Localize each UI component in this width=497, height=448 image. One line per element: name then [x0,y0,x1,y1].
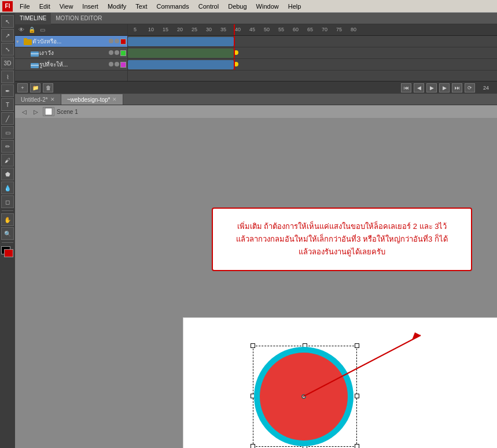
layer-row-0[interactable]: ▾ ตัวบังหรือ... [15,36,127,47]
menu-debug[interactable]: Debug [223,2,251,11]
new-layer-btn[interactable]: + [17,83,28,92]
ruler-mark-65: 65 [307,27,313,32]
handle-tl[interactable] [251,343,255,348]
eyedropper-tool[interactable]: 💧 [1,182,14,194]
play-btn[interactable]: ▶ [426,83,437,92]
layer-lock-2[interactable] [115,62,119,66]
step-back-btn[interactable]: ◀ [414,83,424,92]
layer-lock-1[interactable] [115,50,119,55]
selection-tool[interactable]: ↖ [1,15,14,28]
handle-br[interactable] [355,444,359,448]
main-area: ↖ ↗ ⤡ 3D ⌇ ✒ T ╱ ▭ ✏ 🖌 ⬟ 💧 ◻ ✋ 🔍 TIMELIN… [0,13,497,448]
delete-layer-btn[interactable]: 🗑 [43,83,53,92]
ruler-mark-10: 10 [148,27,154,32]
playhead[interactable] [234,24,235,35]
right-area: TIMELINE MOTION EDITOR 👁 🔒 ▭ ▾ [15,13,497,448]
layer-name-0: ตัวบังหรือ... [32,37,109,46]
menu-bar: Fl File Edit View Insert Modify Text Com… [0,0,497,13]
menu-control[interactable]: Control [194,2,223,11]
handle-bl[interactable] [251,444,255,448]
track-row-2 [128,59,497,71]
timeline-controls: + 📁 🗑 ⏮ ◀ ▶ ▶ ⏭ ⟳ 24 [15,81,497,94]
menu-file[interactable]: File [15,2,35,11]
lock-icon: 🔒 [28,26,36,34]
menu-view[interactable]: View [55,2,78,11]
zoom-tool[interactable]: 🔍 [1,227,14,240]
canvas-drawing-area[interactable] [183,317,497,448]
layer-color-1 [120,50,126,56]
hand-tool[interactable]: ✋ [1,213,14,226]
doc-tab-label-1: ~webdesign-top* [67,97,111,103]
ruler-mark-5: 5 [134,27,137,32]
track-playhead-0 [234,36,235,47]
layer-name-2: รูปที่จะให้... [39,60,109,69]
nav-right-icon[interactable]: ▷ [31,107,41,116]
layer-color-2 [120,62,126,68]
step-fwd-btn[interactable]: ▶ [439,83,450,92]
fill-color[interactable] [4,249,13,257]
menu-window[interactable]: Window [252,2,284,11]
outer-circle [254,347,354,446]
tab-motion-editor[interactable]: MOTION EDITOR [51,13,106,24]
ruler-mark-45: 45 [249,27,255,32]
stroke-fill-colors [1,246,14,259]
tab-timeline[interactable]: TIMELINE [15,13,51,24]
nav-left-icon[interactable]: ◁ [20,107,29,116]
inner-circle [260,353,348,440]
handle-tr[interactable] [355,343,359,348]
canvas-area[interactable]: เพิ่มเติม ถ้าต้องการให้เห็นแค่แสงในขอบให… [15,118,497,448]
timeline-body: 👁 🔒 ▭ ▾ ตัวบังหรือ... [15,24,497,81]
doc-tab-close-0[interactable]: ✕ [50,97,55,102]
subselection-tool[interactable]: ↗ [1,29,14,42]
menu-modify[interactable]: Modify [103,2,131,11]
layer-expand-0[interactable]: ▾ [16,39,23,45]
menu-text[interactable]: Text [131,2,152,11]
menu-insert[interactable]: Insert [78,2,103,11]
menu-help[interactable]: Help [284,2,306,11]
track-row-0 [128,36,497,47]
text-tool[interactable]: T [1,98,14,111]
frame-counter: 24 [477,85,495,91]
play-next-btn[interactable]: ⏭ [452,83,462,92]
doc-tab-1[interactable]: ~webdesign-top* ✕ [61,94,124,105]
line-tool[interactable]: ╱ [1,112,14,125]
layer-controls-0 [109,39,126,45]
doc-tab-close-1[interactable]: ✕ [112,97,117,102]
ruler-mark-40: 40 [235,27,241,32]
scene-label[interactable]: Scene 1 [57,109,78,115]
layer-visible-2[interactable] [109,62,113,66]
handle-mr[interactable] [355,394,359,398]
timeline-section: TIMELINE MOTION EDITOR 👁 🔒 ▭ ▾ [15,13,497,94]
pen-tool[interactable]: ✒ [1,84,14,97]
track-frame-1 [128,49,234,58]
tool-divider-2 [2,242,13,243]
layer-icon-1 [30,49,39,58]
rect-tool[interactable]: ▭ [1,126,14,139]
layer-row-2[interactable]: รูปที่จะให้... [15,59,127,71]
play-prev-btn[interactable]: ⏮ [401,83,411,92]
new-folder-btn[interactable]: 📁 [30,83,41,92]
layer-row-1[interactable]: เงาวัง [15,47,127,59]
free-transform-tool[interactable]: ⤡ [1,43,14,55]
paint-bucket-tool[interactable]: ⬟ [1,168,14,180]
eraser-tool[interactable]: ◻ [1,195,14,208]
pencil-tool[interactable]: ✏ [1,140,14,153]
lasso-tool[interactable]: ⌇ [1,71,14,83]
doc-tab-label-0: Untitled-2* [21,97,48,103]
ruler-mark-80: 80 [351,27,356,32]
layer-visible-0[interactable] [109,39,113,43]
menu-edit[interactable]: Edit [35,2,55,11]
layer-visible-1[interactable] [109,50,113,55]
brush-tool[interactable]: 🖌 [1,154,14,166]
tool-panel: ↖ ↗ ⤡ 3D ⌇ ✒ T ╱ ▭ ✏ 🖌 ⬟ 💧 ◻ ✋ 🔍 [0,13,15,448]
svg-rect-1 [24,38,27,40]
doc-tab-0[interactable]: Untitled-2* ✕ [15,94,61,105]
d-tool[interactable]: 3D [1,57,14,69]
layer-lock-0[interactable] [115,39,119,43]
center-dot [301,394,306,399]
folder-icon [23,37,32,46]
loop-btn[interactable]: ⟳ [465,83,475,92]
layer-name-1: เงาวัง [39,49,109,57]
menu-commands[interactable]: Commands [152,2,193,11]
info-box: เพิ่มเติม ถ้าต้องการให้เห็นแค่แสงในขอบให… [212,208,472,271]
